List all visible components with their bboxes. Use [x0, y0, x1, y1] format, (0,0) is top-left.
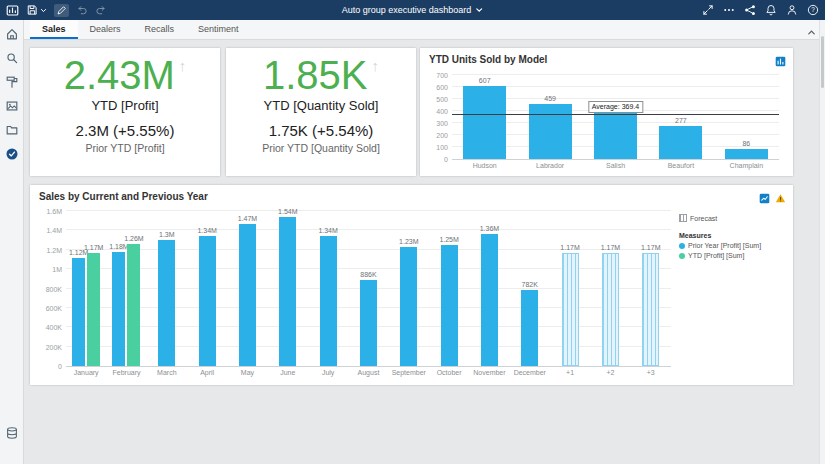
bar-wrapper: 1.26M	[127, 211, 140, 366]
trend-up-icon: ↑	[179, 57, 187, 74]
bar-labrador[interactable]	[529, 104, 572, 159]
bar-prior-february[interactable]	[112, 252, 125, 366]
category-cell: 420Salish	[583, 75, 648, 159]
bar-prior-may[interactable]	[239, 224, 256, 366]
scrollbar[interactable]	[819, 20, 825, 464]
legend-label: YTD [Profit] [Sum]	[688, 252, 744, 259]
category-cell: 1.12M1.17MJanuary	[66, 211, 106, 366]
bar-wrapper: 1.34M	[199, 211, 216, 366]
bar-prior-august[interactable]	[360, 280, 377, 366]
collapse-header-chevron-icon[interactable]	[807, 23, 816, 41]
units-by-model-plot: 0100200300400500600700607Hudson459Labrad…	[452, 75, 779, 160]
average-line	[452, 114, 779, 115]
cards-icon[interactable]	[5, 99, 19, 113]
bar-value-label: 1.54M	[278, 208, 297, 215]
chart-title: Sales by Current and Previous Year	[39, 191, 208, 202]
bar-forecast-+1[interactable]	[562, 253, 579, 366]
tab-dealers[interactable]: Dealers	[78, 20, 133, 39]
verified-check-icon[interactable]	[5, 147, 19, 161]
save-button[interactable]	[26, 4, 47, 16]
bar-wrapper: 1.47M	[239, 211, 256, 366]
more-options-icon[interactable]	[723, 4, 735, 16]
search-icon[interactable]	[5, 51, 19, 65]
bar-value-label: 1.17M	[84, 244, 103, 251]
x-axis-label: Hudson	[448, 162, 521, 169]
tab-recalls[interactable]: Recalls	[133, 20, 187, 39]
fullscreen-expand-icon[interactable]	[702, 4, 714, 16]
bar-ytd-january[interactable]	[87, 253, 100, 366]
undo-button[interactable]	[76, 4, 88, 16]
bar-forecast-+3[interactable]	[642, 253, 659, 366]
share-icon[interactable]	[744, 4, 756, 16]
database-icon[interactable]	[5, 426, 19, 440]
kpi-label: YTD [Quantity Sold]	[226, 98, 416, 113]
notifications-bell-icon[interactable]	[765, 4, 777, 16]
legend-item-prior-year[interactable]: Prior Year [Profit] [Sum]	[679, 242, 785, 249]
bar-prior-december[interactable]	[521, 290, 538, 366]
help-icon[interactable]: ?	[807, 4, 819, 16]
chart-title: YTD Units Sold by Model	[429, 54, 547, 65]
bar-wrapper: 1.17M	[87, 211, 100, 366]
bar-value-label: 1.36M	[480, 225, 499, 232]
y-axis-tick: 200	[436, 132, 452, 139]
bar-group: 1.17M	[550, 211, 590, 366]
shell-bar-left	[6, 4, 107, 17]
bar-prior-october[interactable]	[441, 245, 458, 366]
paint-roller-icon[interactable]	[5, 75, 19, 89]
dashboard-title-menu[interactable]: Auto group executive dashboard	[342, 5, 484, 15]
kpi-secondary-value: 2.3M (+5.55%)	[30, 122, 220, 139]
y-axis-tick: 500	[436, 96, 452, 103]
bar-prior-march[interactable]	[158, 240, 175, 366]
user-profile-icon[interactable]	[786, 4, 798, 16]
warning-icon[interactable]	[775, 190, 786, 208]
home-icon[interactable]	[5, 27, 19, 41]
scrollbar-thumb[interactable]	[821, 36, 824, 88]
forecast-swatch	[679, 214, 687, 222]
bar-value-label: 1.47M	[238, 215, 257, 222]
redo-button[interactable]	[95, 4, 107, 16]
bar-forecast-+2[interactable]	[602, 253, 619, 366]
bar-value-label: 1.26M	[124, 235, 143, 242]
bar-prior-november[interactable]	[481, 234, 498, 366]
bar-prior-july[interactable]	[320, 236, 337, 366]
trend-up-icon: ↑	[372, 57, 380, 74]
chart-action-icon[interactable]	[775, 53, 786, 71]
x-axis-label: +3	[627, 369, 675, 376]
bar-value-label: 1.3M	[159, 231, 175, 238]
series-color-dot	[679, 253, 685, 259]
edit-pencil-button[interactable]	[54, 4, 69, 17]
bar-hudson[interactable]	[463, 86, 506, 159]
bar-beaufort[interactable]	[659, 126, 702, 159]
left-nav-rail	[0, 20, 24, 464]
tab-sentiment[interactable]: Sentiment	[186, 20, 251, 39]
bar-value-label: 1.34M	[318, 227, 337, 234]
kpi-value: 1.85K	[263, 52, 368, 98]
bar-group: 1.18M1.26M	[106, 211, 146, 366]
plot-cells: 607Hudson459Labrador420Salish277Beaufort…	[452, 75, 779, 159]
bar-champlain[interactable]	[725, 149, 768, 159]
bar-prior-april[interactable]	[199, 236, 216, 366]
legend-item-ytd[interactable]: YTD [Profit] [Sum]	[679, 252, 785, 259]
chevron-down-icon	[40, 7, 47, 14]
legend-label: Forecast	[690, 215, 717, 222]
bar-prior-september[interactable]	[400, 247, 417, 366]
bar-value-label: 1.17M	[601, 244, 620, 251]
kpi-card-ytd-quantity: 1.85K ↑ YTD [Quantity Sold] 1.75K (+5.54…	[226, 48, 416, 176]
page-title: Auto group executive dashboard	[342, 5, 472, 15]
tab-sales[interactable]: Sales	[30, 20, 78, 39]
bar-wrapper: 782K	[521, 211, 538, 366]
average-line-label: Average: 369.4	[588, 101, 643, 113]
bar-group: 1.47M	[227, 211, 267, 366]
legend-item-forecast[interactable]: Forecast	[679, 214, 785, 222]
kpi-secondary-label: Prior YTD [Profit]	[30, 142, 220, 154]
category-cell: 1.36MNovember	[469, 211, 509, 366]
bar-group: 886K	[348, 211, 388, 366]
bar-ytd-february[interactable]	[127, 244, 140, 366]
bar-prior-june[interactable]	[279, 217, 296, 366]
y-axis-tick: 1.6M	[46, 208, 66, 215]
app-logo-icon[interactable]	[6, 4, 19, 17]
folder-icon[interactable]	[5, 123, 19, 137]
bar-salish[interactable]	[594, 109, 637, 159]
forecast-chart-icon[interactable]	[759, 190, 770, 208]
bar-prior-january[interactable]	[72, 258, 85, 367]
